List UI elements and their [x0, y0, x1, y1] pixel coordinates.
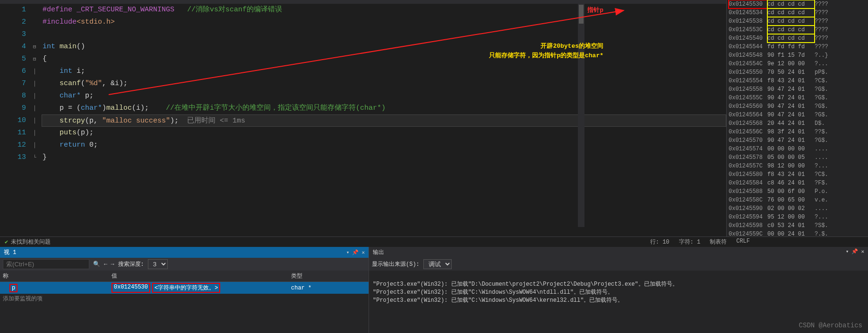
memory-row[interactable]: 0x0124557805 00 00 05.... [727, 153, 868, 162]
int-kw: int [43, 43, 55, 51]
memory-row[interactable]: 0x0124557090 47 24 01?G$. [727, 136, 868, 145]
depth-label: 搜索深度: [118, 260, 144, 268]
macro-name: _CRT_SECURE_NO_WARNINGS [77, 6, 174, 14]
output-text[interactable]: "Project3.exe"(Win32): 已加载"D:\Document\p… [369, 271, 868, 323]
project-tab [0, 0, 726, 4]
output-title: 输出 [373, 248, 384, 256]
memory-row[interactable]: 0x0124558850 00 6f 00P.o. [727, 187, 868, 196]
watch-search-input[interactable] [3, 259, 89, 269]
memory-row[interactable]: 0x0124555C90 47 24 01?G$. [727, 94, 868, 102]
line-gutter: 12345678910111213 [0, 4, 33, 231]
memory-row[interactable]: 0x01245534cd cd cd cd???? [727, 9, 868, 17]
memory-row[interactable]: 0x01245554f8 43 24 01?C$. [727, 77, 868, 85]
watch-title: 视 1 [4, 248, 16, 256]
memory-row[interactable]: 0x01245580f8 43 24 01?C$. [727, 170, 868, 179]
code-body[interactable]: #define _CRT_SECURE_NO_WARNINGS //消除vs对s… [43, 4, 726, 231]
status-bar: ✔ 未找到相关问题 行: 10 字符: 1 制表符 CRLF [0, 237, 868, 247]
watch-columns: 称 值 类型 [0, 271, 369, 282]
var-icon [3, 286, 8, 290]
define-kw: #define [43, 6, 72, 14]
watch-title-bar[interactable]: 视 1 ▾ 📌 ✕ [0, 247, 369, 258]
var-message: <字符串中的字符无效。> [152, 283, 220, 293]
watermark: CSDN @Aerobatics [799, 322, 862, 329]
comment: //在堆中开辟i字节大小的堆空间，指定该空间只能存储字符(char*) [166, 104, 386, 112]
memory-row[interactable]: 0x01245538cd cd cd cd???? [727, 17, 868, 26]
depth-select[interactable]: 3 [148, 259, 168, 269]
editor-scrollbar[interactable] [578, 0, 584, 227]
memory-panel[interactable]: 0x01245530cd cd cd cd????0x01245534cd cd… [726, 0, 868, 237]
memory-row[interactable]: 0x0124555070 50 24 01pP$. [727, 68, 868, 77]
search-icon[interactable]: 🔍 [93, 261, 100, 268]
var-name: p [9, 284, 17, 292]
include-kw: #include [43, 18, 77, 26]
memory-row[interactable]: 0x0124559002 00 00 02.... [727, 204, 868, 213]
memory-row[interactable]: 0x0124556820 44 24 01 D$. [727, 119, 868, 128]
comment: //消除vs对scanf的编译错误 [187, 6, 282, 14]
output-source-select[interactable]: 调试 [423, 259, 452, 269]
watch-panel[interactable]: 视 1 ▾ 📌 ✕ 🔍 ← → 搜索深度: 3 称 值 类型 p 0x01245… [0, 247, 369, 333]
memory-row[interactable]: 0x0124555890 47 24 01?G$. [727, 85, 868, 94]
close-icon[interactable]: ✕ [861, 248, 864, 256]
memory-row[interactable]: 0x0124557400 00 00 00.... [727, 145, 868, 153]
code-editor[interactable]: 12345678910111213 ⊟⊟│││││││└ #define _CR… [0, 0, 726, 237]
output-source-label: 显示输出来源(S): [372, 260, 420, 268]
output-title-bar[interactable]: 输出 ▾ 📌 ✕ [369, 247, 868, 258]
memory-row[interactable]: 0x01245540cd cd cd cd???? [727, 34, 868, 43]
perf-hint: 已用时间 <= 1ms [187, 117, 245, 125]
memory-row[interactable]: 0x0124558C76 00 65 00v.e. [727, 196, 868, 204]
memory-row[interactable]: 0x0124556490 47 24 01?G$. [727, 111, 868, 119]
memory-row[interactable]: 0x0124559C00 00 24 01?.$. [727, 230, 868, 237]
memory-row[interactable]: 0x0124556C98 3f 24 01??$. [727, 128, 868, 136]
memory-row[interactable]: 0x0124554C9e 12 00 00?... [727, 60, 868, 68]
var-address: 0x01245530 [112, 283, 150, 293]
window-pos-icon[interactable]: ▾ [846, 248, 849, 256]
memory-row[interactable]: 0x0124554890 f1 15 7d?..} [727, 51, 868, 60]
memory-row[interactable]: 0x0124556090 47 24 01?G$. [727, 102, 868, 111]
header: <stdio.h> [77, 18, 115, 26]
var-type: char * [291, 285, 366, 291]
watch-row[interactable]: p 0x01245530 <字符串中的字符无效。> char * [0, 282, 369, 294]
check-icon: ✔ [5, 238, 8, 245]
memory-row[interactable]: 0x01245544fd fd fd fd???? [727, 43, 868, 51]
memory-row[interactable]: 0x0124553Ccd cd cd cd???? [727, 26, 868, 34]
memory-row[interactable]: 0x01245598c0 53 24 01?S$. [727, 221, 868, 230]
memory-row[interactable]: 0x01245530cd cd cd cd???? [727, 0, 868, 9]
memory-row[interactable]: 0x0124559495 12 00 00?... [727, 213, 868, 221]
main-fn: main [60, 43, 77, 51]
window-pos-icon[interactable]: ▾ [346, 249, 350, 255]
memory-row[interactable]: 0x01245584c8 46 24 01?F$. [727, 179, 868, 187]
pin-icon[interactable]: 📌 [851, 248, 858, 256]
add-watch-item[interactable]: 添加要监视的项 [0, 294, 369, 304]
memory-row[interactable]: 0x0124557C98 12 00 00?... [727, 162, 868, 170]
issues-text: 未找到相关问题 [11, 238, 51, 246]
fold-gutter: ⊟⊟│││││││└ [33, 4, 43, 231]
current-line: strcpy(p, "malloc success"); 已用时间 <= 1ms [42, 114, 726, 127]
pin-icon[interactable]: 📌 [352, 249, 359, 255]
close-icon[interactable]: ✕ [361, 249, 365, 255]
output-panel[interactable]: 输出 ▾ 📌 ✕ 显示输出来源(S): 调试 "Project3.exe"(Wi… [369, 247, 868, 333]
